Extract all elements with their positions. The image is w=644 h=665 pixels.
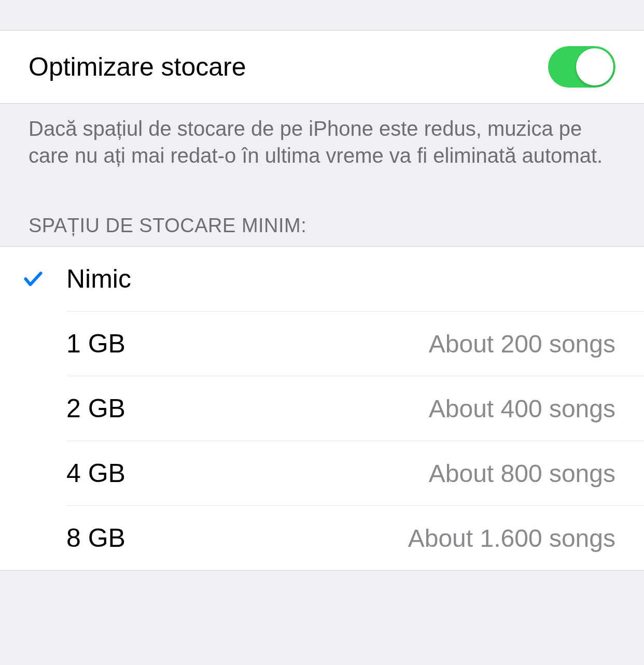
storage-option-4gb[interactable]: 4 GB About 800 songs <box>0 441 644 505</box>
option-detail: About 800 songs <box>429 459 615 488</box>
spacer-bottom <box>0 571 644 665</box>
option-label: Nimic <box>66 264 131 294</box>
storage-option-8gb[interactable]: 8 GB About 1.600 songs <box>0 505 644 570</box>
storage-option-2gb[interactable]: 2 GB About 400 songs <box>0 376 644 441</box>
option-detail: About 200 songs <box>429 330 615 358</box>
min-storage-header: SPAȚIU DE STOCARE MINIM: <box>0 169 644 246</box>
storage-option-1gb[interactable]: 1 GB About 200 songs <box>0 311 644 376</box>
optimize-storage-description: Dacă spațiul de stocare de pe iPhone est… <box>0 104 644 169</box>
optimize-storage-switch[interactable] <box>548 46 615 88</box>
storage-options: Nimic 1 GB About 200 songs 2 GB About 40… <box>0 246 644 571</box>
optimize-storage-label: Optimizare stocare <box>29 52 246 82</box>
spacer-top <box>0 0 644 30</box>
option-detail: About 400 songs <box>429 394 615 423</box>
option-label: 1 GB <box>66 329 125 359</box>
check-col <box>0 267 66 290</box>
optimize-storage-row[interactable]: Optimizare stocare <box>0 30 644 104</box>
option-label: 8 GB <box>66 523 125 553</box>
switch-knob <box>576 48 613 86</box>
checkmark-icon <box>22 267 45 290</box>
storage-option-none[interactable]: Nimic <box>0 247 644 311</box>
option-label: 2 GB <box>66 393 125 423</box>
option-label: 4 GB <box>66 458 125 488</box>
option-detail: About 1.600 songs <box>408 524 615 553</box>
